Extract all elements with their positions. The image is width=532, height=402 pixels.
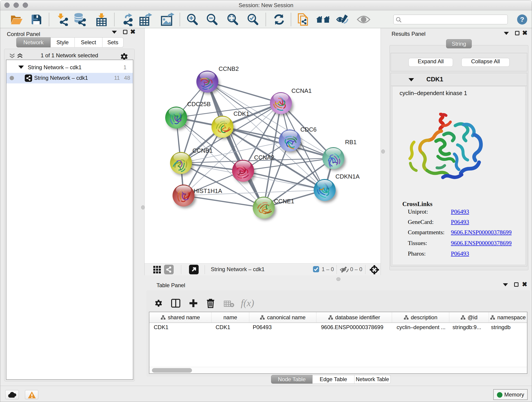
svg-text:CDC25B: CDC25B: [187, 101, 211, 108]
svg-text:?: ?: [520, 16, 524, 23]
svg-text:CCNA2: CCNA2: [254, 154, 274, 161]
svg-text:HIST1H1A: HIST1H1A: [194, 187, 222, 194]
svg-text:CCNA1: CCNA1: [291, 87, 312, 94]
svg-text:CDKN1A: CDKN1A: [336, 173, 360, 180]
svg-text:RB1: RB1: [345, 139, 357, 146]
svg-text:CCNE1: CCNE1: [274, 198, 294, 205]
svg-text:CDC6: CDC6: [300, 126, 317, 133]
svg-text:CCNB1: CCNB1: [192, 147, 213, 154]
svg-text:CCNB2: CCNB2: [219, 65, 239, 72]
svg-text:CDK1: CDK1: [234, 110, 249, 117]
